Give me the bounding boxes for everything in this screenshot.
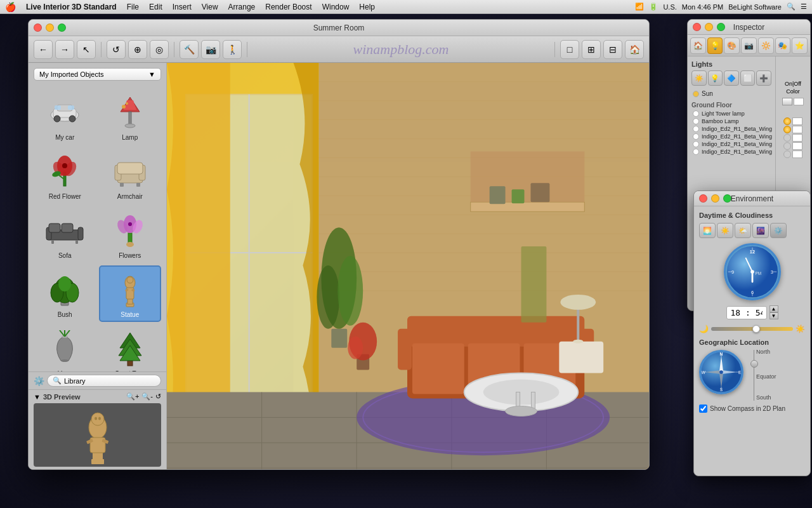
- insp-btn-light2[interactable]: 🔆: [758, 37, 774, 54]
- ground-floor-header: Ground Floor: [691, 100, 771, 110]
- search-icon[interactable]: 🔍: [787, 3, 796, 11]
- sun-indicator: [693, 91, 699, 97]
- insp-btn-house[interactable]: 🏠: [690, 37, 706, 54]
- latitude-thumb[interactable]: [750, 360, 758, 368]
- render-boost-menu[interactable]: Render Boost: [265, 3, 311, 11]
- sun-toggle[interactable]: [782, 98, 792, 105]
- object-item-bush[interactable]: Bush: [34, 265, 96, 322]
- view-3d[interactable]: ⊟: [603, 40, 622, 59]
- scale-tool[interactable]: ◎: [150, 40, 169, 59]
- insp-btn-color[interactable]: 🎭: [775, 37, 791, 54]
- select-tool[interactable]: ↖: [77, 40, 96, 59]
- compass[interactable]: N S W E: [699, 350, 743, 394]
- 3d-tool[interactable]: 🔨: [180, 40, 199, 59]
- env-minimize-button[interactable]: [711, 194, 719, 203]
- svg-rect-110: [398, 329, 412, 370]
- camera-button[interactable]: 📷: [201, 40, 220, 59]
- light-color-0[interactable]: [792, 117, 802, 125]
- object-item-lamp[interactable]: Lamp: [99, 88, 162, 145]
- insp-btn-star[interactable]: ⭐: [792, 37, 808, 54]
- settings-icon[interactable]: ⚙️: [34, 376, 44, 386]
- time-up-btn[interactable]: ▲: [769, 305, 778, 312]
- view-2d[interactable]: □: [560, 40, 579, 59]
- object-item-greattree[interactable]: Great Tree: [99, 324, 162, 371]
- svg-point-11: [122, 105, 126, 109]
- objects-dropdown[interactable]: My Imported Objects ▼: [34, 68, 161, 81]
- help-menu[interactable]: Help: [359, 3, 375, 11]
- light-color-2[interactable]: [792, 134, 802, 142]
- noon-btn[interactable]: 🌤️: [735, 223, 751, 238]
- walk-tool[interactable]: 🚶: [223, 40, 242, 59]
- object-item-flowers[interactable]: Flowers: [99, 206, 162, 263]
- inspector-minimize-button[interactable]: [705, 23, 713, 31]
- insert-menu[interactable]: Insert: [173, 3, 192, 11]
- svg-point-122: [560, 295, 596, 310]
- light-item-sun[interactable]: Sun: [691, 90, 771, 98]
- zoom-out-icon[interactable]: 🔍-: [141, 392, 153, 401]
- light-color-4[interactable]: [792, 150, 802, 158]
- evening-btn[interactable]: 🌆: [752, 223, 769, 238]
- light-item-4[interactable]: Indigo_Ed2_R1_Beta_Wing: [691, 140, 771, 148]
- light-btn-add[interactable]: ➕: [756, 70, 771, 86]
- left-panel: My Imported Objects ▼: [29, 63, 167, 469]
- light-item-5[interactable]: Indigo_Ed2_R1_Beta_Wing: [691, 148, 771, 156]
- sun-color[interactable]: [794, 98, 804, 105]
- arrange-menu[interactable]: Arrange: [228, 3, 256, 11]
- light-btn-4[interactable]: ⬜: [740, 70, 756, 86]
- inspector-maximize-button[interactable]: [717, 23, 725, 31]
- object-item-armchair[interactable]: Armchair: [99, 147, 162, 204]
- edit-menu[interactable]: Edit: [149, 3, 162, 11]
- object-item-redflower[interactable]: Red Flower: [34, 147, 96, 204]
- back-button[interactable]: ←: [34, 40, 53, 59]
- night-btn[interactable]: ⚙️: [770, 223, 787, 238]
- brightness-thumb[interactable]: [752, 325, 760, 333]
- show-compass-checkbox[interactable]: [699, 404, 707, 413]
- minimize-button[interactable]: [46, 23, 54, 32]
- home-view[interactable]: 🏠: [625, 40, 644, 59]
- view-split[interactable]: ⊞: [582, 40, 601, 59]
- inspector-close-button[interactable]: [693, 23, 701, 31]
- insp-btn-camera[interactable]: 📷: [741, 37, 757, 54]
- brightness-slider[interactable]: [711, 327, 793, 331]
- window-menu[interactable]: Window: [322, 3, 350, 11]
- view-menu[interactable]: View: [202, 3, 218, 11]
- app-name-menu[interactable]: Live Interior 3D Standard: [26, 3, 117, 11]
- object-item-mycar[interactable]: My car: [34, 88, 96, 145]
- env-close-button[interactable]: [699, 194, 707, 203]
- svg-point-66: [91, 413, 104, 425]
- light-item-0[interactable]: Light Tower lamp: [691, 110, 771, 117]
- move-tool[interactable]: ⊕: [128, 40, 147, 59]
- forward-button[interactable]: →: [55, 40, 74, 59]
- light-color-3[interactable]: [792, 142, 802, 150]
- maximize-button[interactable]: [58, 23, 66, 32]
- light-item-3[interactable]: Indigo_Ed2_R1_Beta_Wing: [691, 133, 771, 140]
- light-btn-3[interactable]: 🔷: [724, 70, 739, 86]
- light-item-1[interactable]: Bamboo Lamp: [691, 117, 771, 125]
- time-down-btn[interactable]: ▼: [769, 312, 778, 319]
- preview-header: ▼ 3D Preview 🔍+ 🔍- ↺: [34, 392, 161, 401]
- morning-btn[interactable]: ☀️: [717, 223, 733, 238]
- zoom-in-icon[interactable]: 🔍+: [126, 392, 139, 401]
- search-box[interactable]: 🔍 Library: [47, 375, 161, 387]
- light-color-1[interactable]: [792, 126, 802, 133]
- preview-triangle[interactable]: ▼: [34, 393, 41, 401]
- light-item-2[interactable]: Indigo_Ed2_R1_Beta_Wing: [691, 125, 771, 133]
- brand-label: BeLight Software: [728, 3, 782, 11]
- object-item-sofa[interactable]: Sofa: [34, 206, 96, 263]
- menu-icon[interactable]: ☰: [801, 3, 807, 11]
- rotate-tool[interactable]: ↺: [107, 40, 126, 59]
- light-btn-1[interactable]: ☀️: [691, 70, 707, 86]
- file-menu[interactable]: File: [127, 3, 139, 11]
- insp-btn-light[interactable]: 💡: [707, 37, 723, 54]
- main-canvas[interactable]: winampblog.com: [167, 63, 649, 469]
- apple-menu[interactable]: 🍎: [5, 2, 16, 12]
- time-input[interactable]: [726, 306, 767, 319]
- dawn-btn[interactable]: 🌅: [699, 223, 716, 238]
- reset-icon[interactable]: ↺: [155, 392, 161, 401]
- light-btn-2[interactable]: 💡: [708, 70, 723, 86]
- svg-point-17: [62, 163, 67, 168]
- object-item-vase[interactable]: Vase: [34, 324, 96, 371]
- object-item-statue[interactable]: Statue: [99, 265, 162, 322]
- close-button[interactable]: [34, 23, 42, 32]
- insp-btn-material[interactable]: 🎨: [724, 37, 740, 54]
